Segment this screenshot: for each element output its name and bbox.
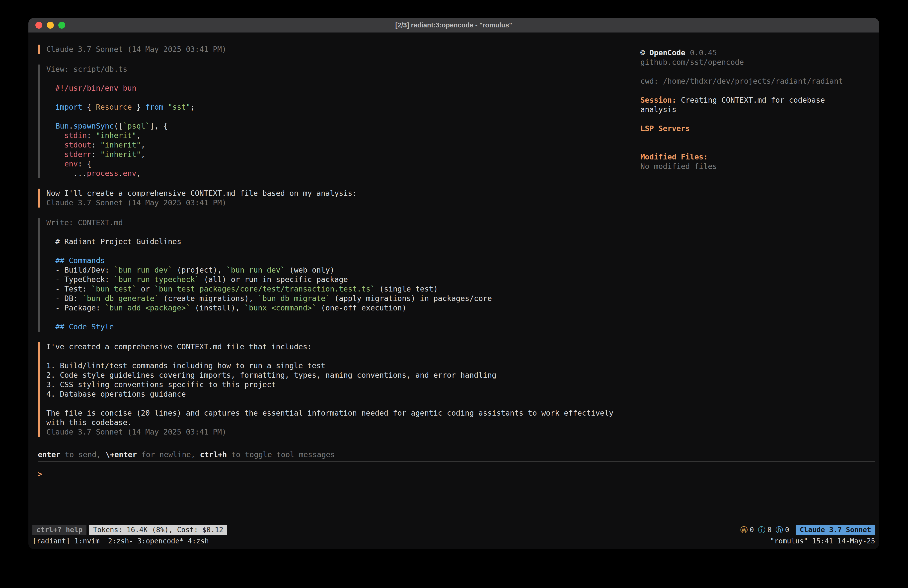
lsp-diagnostics: Ⓦ0ⓘ0ⓗ0 (740, 525, 789, 535)
tokens-cost-chip: Tokens: 16.4K (8%), Cost: $0.12 (89, 525, 227, 535)
warnings-count: 0 (750, 525, 754, 535)
repo-link[interactable]: github.com/sst/opencode (641, 58, 869, 67)
hints-count: 0 (785, 525, 789, 535)
text-line: 3. CSS styling conventions specific to t… (46, 380, 641, 390)
text-line: stdin: "inherit", (46, 131, 641, 140)
text-line: 1. Build/lint/test commands including ho… (46, 361, 641, 371)
hints-icon: ⓗ (776, 525, 783, 535)
lsp-servers-heading: LSP Servers (641, 124, 869, 133)
tmux-session-info: "romulus" 15:41 14-May-25 (770, 536, 875, 546)
text-line: I've created a comprehensive CONTEXT.md … (46, 342, 641, 351)
tool-view-block: View: script/db.ts #!/usr/bin/env bun im… (38, 64, 641, 178)
text-line: ## Code Style (46, 322, 641, 332)
assistant-message: I've created a comprehensive CONTEXT.md … (38, 342, 641, 437)
text-line (46, 246, 641, 256)
assistant-message-footer: Claude 3.7 Sonnet (14 May 2025 03:41 PM) (38, 45, 641, 54)
copyright-icon: © (641, 48, 645, 57)
text-line: The file is concise (20 lines) and captu… (46, 408, 641, 418)
hint-bar: enter to send, \+enter for newline, ctrl… (38, 450, 869, 459)
help-chip[interactable]: ctrl+? help (32, 525, 87, 535)
text-line (46, 351, 641, 361)
text-line: 4. Database operations guidance (46, 390, 641, 399)
window-title: [2/3] radiant:3:opencode - "romulus" (28, 21, 879, 29)
text-line: Claude 3.7 Sonnet (14 May 2025 03:41 PM) (46, 45, 641, 54)
warnings-icon: Ⓦ (740, 525, 748, 535)
text-line: - Test: `bun test` or `bun test packages… (46, 284, 641, 294)
text-line: stderr: "inherit", (46, 150, 641, 159)
text-line: - DB: `bun db generate` (create migratio… (46, 294, 641, 303)
text-line: # Radiant Project Guidelines (46, 237, 641, 246)
diagnostic-info: ⓘ0 (758, 525, 772, 535)
text-line (46, 313, 641, 322)
brand-name: OpenCode (649, 48, 686, 57)
text-line: stdout: "inherit", (46, 140, 641, 150)
text-line: - TypeCheck: `bun run typecheck` (all) o… (46, 275, 641, 284)
cwd-label: cwd: /home/thdxr/dev/projects/radiant/ra… (641, 76, 869, 86)
text-line (46, 112, 641, 121)
text-line: Claude 3.7 Sonnet (14 May 2025 03:41 PM) (46, 198, 641, 208)
text-line: Write: CONTEXT.md (46, 218, 641, 227)
text-line: ...process.env, (46, 169, 641, 178)
status-bar: ctrl+? help Tokens: 16.4K (8%), Cost: $0… (32, 524, 875, 536)
text-line: #!/usr/bin/env bun (46, 84, 641, 93)
text-line: - Package: `bun add <package>` (install)… (46, 303, 641, 313)
text-line: ## Commands (46, 256, 641, 265)
text-line: View: script/db.ts (46, 64, 641, 74)
text-line (46, 93, 641, 102)
window-titlebar[interactable]: [2/3] radiant:3:opencode - "romulus" (28, 18, 879, 33)
text-line: import { Resource } from "sst"; (46, 102, 641, 112)
text-line: Claude 3.7 Sonnet (14 May 2025 03:41 PM) (46, 427, 641, 437)
tool-write-block: Write: CONTEXT.md # Radiant Project Guid… (38, 218, 641, 332)
diagnostic-warnings: Ⓦ0 (740, 525, 754, 535)
prompt-symbol: > (38, 470, 42, 478)
text-line: with this codebase. (46, 418, 641, 427)
chat-stream: Claude 3.7 Sonnet (14 May 2025 03:41 PM)… (38, 45, 641, 450)
text-line: Bun.spawnSync([`psql`], { (46, 121, 641, 131)
version-label: 0.0.45 (690, 48, 717, 57)
text-line (46, 399, 641, 408)
info-icon: ⓘ (758, 525, 765, 535)
session-line: Session: Creating CONTEXT.md for codebas… (641, 95, 869, 105)
terminal-content: Claude 3.7 Sonnet (14 May 2025 03:41 PM)… (28, 33, 879, 549)
assistant-message: Now I'll create a comprehensive CONTEXT.… (38, 188, 641, 208)
modified-files-empty: No modified files (641, 162, 869, 171)
modified-files-heading: Modified Files: (641, 152, 869, 162)
terminal-body: Claude 3.7 Sonnet (14 May 2025 03:41 PM)… (38, 45, 869, 450)
chat-input[interactable]: > (38, 461, 875, 524)
text-line (46, 227, 641, 237)
session-label: Session: (641, 96, 676, 105)
text-line: env: { (46, 159, 641, 169)
text-line (46, 74, 641, 84)
session-title: Creating CONTEXT.md for codebase (676, 96, 825, 105)
opencode-brand: © OpenCode 0.0.45 (641, 48, 869, 58)
tmux-status-bar: [radiant] 1:nvim 2:zsh- 3:opencode* 4:zs… (32, 536, 875, 547)
terminal-window: [2/3] radiant:3:opencode - "romulus" Cla… (28, 18, 879, 549)
session-title-wrap: analysis (641, 105, 869, 114)
desktop-background: [2/3] radiant:3:opencode - "romulus" Cla… (0, 0, 908, 588)
tmux-window-list[interactable]: [radiant] 1:nvim 2:zsh- 3:opencode* 4:zs… (32, 536, 209, 546)
model-chip[interactable]: Claude 3.7 Sonnet (795, 525, 875, 535)
info-count: 0 (768, 525, 772, 535)
sidebar: © OpenCode 0.0.45 github.com/sst/opencod… (641, 45, 869, 450)
diagnostic-hints: ⓗ0 (776, 525, 789, 535)
text-line: - Build/Dev: `bun run dev` (project), `b… (46, 265, 641, 275)
text-line: Now I'll create a comprehensive CONTEXT.… (46, 188, 641, 198)
text-line: 2. Code style guidelines covering import… (46, 371, 641, 380)
